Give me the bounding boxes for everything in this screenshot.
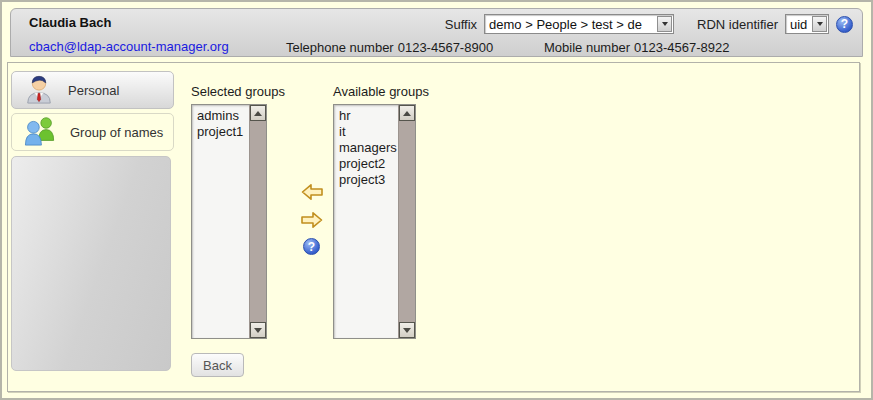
help-icon[interactable]: ? <box>836 16 853 33</box>
available-groups-listbox[interactable]: hr it managers project2 project3 <box>333 104 416 339</box>
scroll-up-icon[interactable] <box>250 105 266 121</box>
content-area: Personal Group of names Selected groups … <box>7 62 860 392</box>
list-item[interactable]: it <box>339 124 397 140</box>
header-controls: Suffix demo > People > test > de RDN ide… <box>445 12 853 36</box>
tab-group-of-names-label: Group of names <box>70 125 163 140</box>
chevron-down-icon[interactable] <box>812 16 827 32</box>
group-icon <box>24 115 56 150</box>
move-left-arrow-icon[interactable] <box>301 183 323 201</box>
page-title: Claudia Bach <box>29 15 111 30</box>
list-item[interactable]: managers <box>339 140 397 156</box>
rdn-identifier-select[interactable]: uid <box>785 14 829 34</box>
telephone-value: 0123-4567-8900 <box>398 40 493 55</box>
suffix-select[interactable]: demo > People > test > de <box>484 14 674 34</box>
scroll-down-icon[interactable] <box>399 322 415 338</box>
help-icon[interactable]: ? <box>303 238 320 255</box>
lam-user-edit-page: Claudia Bach Suffix demo > People > test… <box>0 0 873 400</box>
mobile-label: Mobile number <box>544 40 630 55</box>
tab-personal[interactable]: Personal <box>11 71 174 109</box>
suffix-label: Suffix <box>445 17 477 32</box>
suffix-select-value: demo > People > test > de <box>485 17 656 32</box>
available-groups-items: hr it managers project2 project3 <box>335 106 397 337</box>
rdn-identifier-label: RDN identifier <box>697 17 778 32</box>
telephone-field: Telephone number 0123-4567-8900 <box>286 40 493 55</box>
scrollbar[interactable] <box>398 105 415 338</box>
sidebar-panel <box>11 156 171 371</box>
list-item[interactable]: project3 <box>339 172 397 188</box>
list-item[interactable]: admins <box>197 108 248 124</box>
selected-groups-items: admins project1 <box>193 106 248 337</box>
chevron-down-icon[interactable] <box>657 16 672 32</box>
list-item[interactable]: project1 <box>197 124 248 140</box>
scroll-up-icon[interactable] <box>399 105 415 121</box>
scrollbar[interactable] <box>249 105 266 338</box>
available-groups-label: Available groups <box>333 84 429 99</box>
back-button[interactable]: Back <box>191 353 244 377</box>
list-item[interactable]: hr <box>339 108 397 124</box>
mobile-field: Mobile number 0123-4567-8922 <box>544 40 729 55</box>
list-item[interactable]: project2 <box>339 156 397 172</box>
scroll-down-icon[interactable] <box>250 322 266 338</box>
rdn-select-value: uid <box>786 17 811 32</box>
email-link[interactable]: cbach@ldap-account-manager.org <box>29 39 229 54</box>
tab-personal-label: Personal <box>68 83 119 98</box>
mobile-value: 0123-4567-8922 <box>634 40 729 55</box>
header: Claudia Bach Suffix demo > People > test… <box>10 8 863 57</box>
selected-groups-listbox[interactable]: admins project1 <box>191 104 267 339</box>
move-right-arrow-icon[interactable] <box>301 211 323 229</box>
telephone-label: Telephone number <box>286 40 394 55</box>
selected-groups-label: Selected groups <box>191 84 285 99</box>
person-icon <box>24 73 54 108</box>
tab-group-of-names[interactable]: Group of names <box>11 113 174 151</box>
